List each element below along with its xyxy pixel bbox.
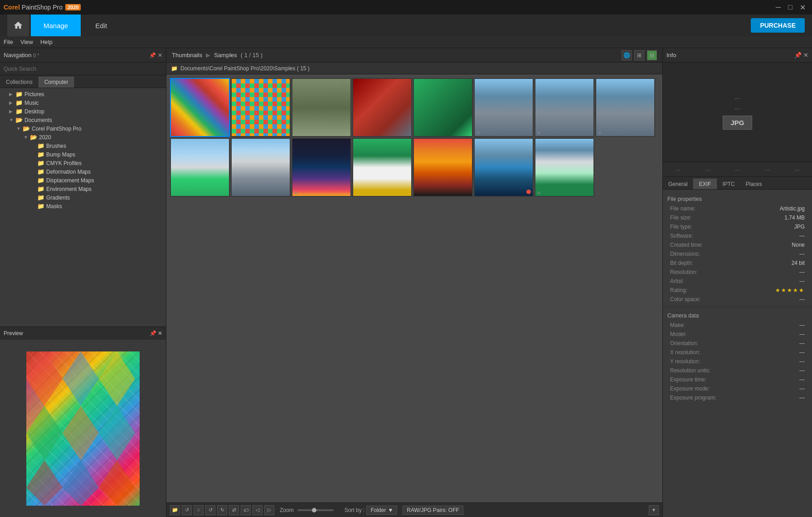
star-btn[interactable]: ☆ [194, 505, 204, 515]
globe-view-btn[interactable]: 🌐 [622, 50, 632, 60]
tree-label: 2020 [39, 134, 51, 141]
thumbnail-grid[interactable]: ⊕ ⊕ ⊕ ⊕ [166, 74, 662, 502]
computer-tab[interactable]: Computer [39, 77, 74, 88]
software-value: --- [799, 233, 805, 239]
thumb-5[interactable] [413, 78, 473, 137]
nav-pin-btn[interactable]: 📌 [149, 52, 156, 59]
collections-tab[interactable]: Collections [0, 77, 39, 88]
rotate-right-btn[interactable]: ↻ [217, 505, 227, 515]
tag-btn[interactable]: 🏷 [241, 505, 251, 515]
model-value: --- [799, 331, 805, 337]
flip-btn[interactable]: ⇄ [229, 505, 239, 515]
nav-left: Manage Edit [7, 15, 120, 36]
thumb-2[interactable] [231, 78, 291, 137]
edit-tab[interactable]: Edit [83, 15, 120, 36]
tree-item-2020[interactable]: ▼ 📂 2020 [0, 133, 166, 141]
undo-btn[interactable]: ◁ [253, 505, 263, 515]
home-icon [14, 22, 22, 29]
tree-item-environment-maps[interactable]: 📁 Environment Maps [0, 185, 166, 193]
home-button[interactable] [7, 15, 29, 36]
folder-btn[interactable]: 📁 [170, 505, 180, 515]
yres-value: --- [799, 358, 805, 365]
tree-item-deformation-maps[interactable]: 📁 Deformation Maps [0, 167, 166, 176]
help-menu[interactable]: Help [40, 39, 53, 45]
arrow-icon: ▶ [9, 92, 14, 97]
thumb-6[interactable]: ⊕ [474, 78, 534, 137]
thumb-8[interactable]: ⊕ [595, 78, 655, 137]
tree-item-desktop[interactable]: ▶ 📁 Desktop [0, 107, 166, 116]
thumb-1[interactable] [170, 78, 230, 137]
redo-btn[interactable]: ▷ [264, 505, 274, 515]
quick-search-bar[interactable] [0, 63, 166, 75]
tree-item-displacement-maps[interactable]: 📁 Displacement Maps [0, 176, 166, 185]
orientation-label: Orientation: [670, 340, 698, 346]
preview-pin-btn[interactable]: 📌 [150, 330, 156, 337]
tree-item-gradients[interactable]: 📁 Gradients [0, 193, 166, 202]
maximize-btn[interactable]: □ [785, 3, 795, 12]
quick-search-input[interactable] [4, 66, 162, 72]
folder-icon: 📁 [15, 108, 23, 115]
window-controls[interactable]: ─ □ ✕ [773, 3, 808, 12]
preview-close-btn[interactable]: ✕ [158, 330, 162, 337]
nav-close-btn[interactable]: ✕ [158, 52, 162, 59]
tree-item-masks[interactable]: 📁 Masks [0, 202, 166, 210]
places-tab[interactable]: Places [740, 179, 768, 189]
purchase-button[interactable]: PURCHASE [751, 18, 805, 33]
file-menu[interactable]: File [4, 39, 13, 45]
info-close-btn[interactable]: ✕ [803, 52, 808, 59]
rotate-left-btn[interactable]: ↺ [205, 505, 215, 515]
thumb-4[interactable] [352, 78, 412, 137]
close-btn[interactable]: ✕ [797, 3, 808, 12]
thumb-15[interactable]: ⊕ [535, 138, 594, 197]
thumb-11[interactable]: ⊕ [292, 138, 351, 197]
tree-item-pictures[interactable]: ▶ 📁 Pictures [0, 90, 166, 98]
detail-view-btn[interactable]: ⊞ [634, 50, 644, 60]
bottom-dropdown-btn[interactable]: ▼ [649, 505, 659, 515]
thumb-14[interactable] [474, 138, 534, 197]
thumb-13[interactable] [413, 138, 473, 197]
info-row-make: Make: --- [663, 321, 812, 330]
svg-marker-8 [63, 460, 99, 506]
dimensions-label: Dimensions: [670, 251, 700, 257]
iptc-tab[interactable]: IPTC [717, 179, 740, 189]
minimize-btn[interactable]: ─ [773, 3, 783, 12]
info-dash-top: --- [734, 95, 740, 102]
raw-jpg-pairs-button[interactable]: RAW/JPG Pairs: OFF [403, 506, 463, 515]
zoom-slider[interactable] [297, 509, 334, 511]
refresh-btn[interactable]: ↺ [182, 505, 192, 515]
path-text: Documents\Corel PaintShop Pro\2020\Sampl… [180, 65, 310, 72]
tree-item-cmyk[interactable]: 📁 CMYK Profiles [0, 159, 166, 167]
info-row-resolution: Resolution: --- [663, 268, 812, 277]
general-tab[interactable]: General [663, 179, 693, 189]
manage-tab[interactable]: Manage [31, 15, 81, 36]
thumb-image-9 [171, 139, 229, 196]
tree-item-bump-maps[interactable]: 📁 Bump Maps [0, 150, 166, 159]
info-pin-btn[interactable]: 📌 [794, 52, 802, 59]
tree-item-music[interactable]: ▶ 📁 Music [0, 98, 166, 107]
tree-item-brushes[interactable]: 📁 Brushes [0, 141, 166, 150]
grid-view-btn[interactable]: ⊟ [647, 50, 657, 60]
tree-item-corel[interactable]: ▼ 📂 Corel PaintShop Pro [0, 124, 166, 133]
thumb-7[interactable]: ⊕ [535, 78, 594, 137]
tree-item-documents[interactable]: ▼ 📂 Documents [0, 116, 166, 124]
tree-label: Deformation Maps [46, 169, 91, 175]
folder-icon: 📂 [30, 134, 37, 141]
thumb-9[interactable] [170, 138, 230, 197]
exif-tab[interactable]: EXIF [693, 179, 717, 189]
thumb-image-7 [535, 79, 593, 136]
nav-subtitle: 0 * [33, 53, 39, 58]
thumb-10[interactable] [231, 138, 291, 197]
info-row-rating: Rating: ★★★★★ [663, 286, 812, 295]
thumb-12[interactable] [352, 138, 412, 197]
thumb-3[interactable] [292, 78, 351, 137]
view-menu[interactable]: View [20, 39, 33, 45]
created-label: Created time: [670, 242, 703, 248]
thumb-image-5 [414, 79, 472, 136]
thumb-image-6 [475, 79, 533, 136]
rating-label: Rating: [670, 287, 687, 293]
sort-folder-button[interactable]: Folder ▼ [366, 506, 397, 515]
info-row-resunits: Resolution units: --- [663, 366, 812, 375]
tree-label: Gradients [46, 195, 70, 201]
artist-value: --- [799, 278, 805, 284]
make-label: Make: [670, 322, 685, 328]
